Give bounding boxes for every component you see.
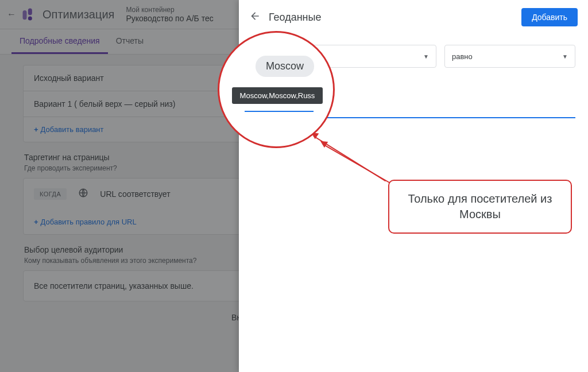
dropdown-caret-icon: ▼ <box>423 53 429 60</box>
annotation-callout: Только для посетителей из Москвы <box>388 180 572 234</box>
match-type-select[interactable]: равно ▼ <box>444 45 575 68</box>
panel-back-icon[interactable] <box>249 10 261 24</box>
match-type-value: равно <box>452 52 473 61</box>
dropdown-caret-icon: ▼ <box>562 53 568 60</box>
panel-header: Геоданные Добавить <box>239 0 588 34</box>
zoom-city-chip: Moscow <box>256 56 314 77</box>
zoom-lens-annotation: Moscow Moscow,Moscow,Russ <box>218 31 335 148</box>
add-button[interactable]: Добавить <box>521 8 578 26</box>
zoom-tooltip: Moscow,Moscow,Russ <box>232 87 323 104</box>
zoom-input-underline <box>245 111 314 112</box>
panel-title: Геоданные <box>269 11 521 24</box>
